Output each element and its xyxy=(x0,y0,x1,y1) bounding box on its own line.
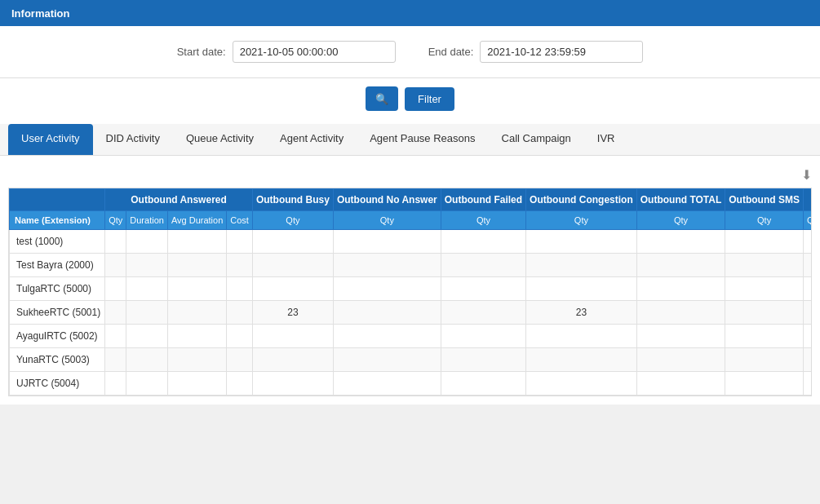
row-cell xyxy=(636,348,725,372)
row-cell xyxy=(105,230,126,254)
row-cell xyxy=(252,230,333,254)
outbound-ans-duration-subheader: Duration xyxy=(126,211,168,230)
row-cell xyxy=(725,325,804,348)
table-row: SukheeRTC (5001)2323 xyxy=(10,301,813,325)
row-cell xyxy=(441,277,525,301)
row-cell xyxy=(526,325,637,348)
row-name: YunaRTC (5003) xyxy=(10,348,105,372)
row-cell xyxy=(227,277,253,301)
row-cell xyxy=(441,325,525,348)
row-cell xyxy=(126,254,168,277)
outbound-congestion-qty-subheader: Qty xyxy=(526,211,637,230)
outbound-noanswer-qty-subheader: Qty xyxy=(333,211,441,230)
row-cell xyxy=(803,301,812,325)
row-cell xyxy=(126,325,168,348)
row-cell xyxy=(227,372,253,396)
row-cell xyxy=(105,277,126,301)
row-cell xyxy=(105,325,126,348)
row-cell xyxy=(636,277,725,301)
app-title: Information xyxy=(11,7,70,20)
outbound-answered-header: Outbound Answered xyxy=(105,189,253,211)
row-cell xyxy=(803,277,812,301)
row-cell xyxy=(252,372,333,396)
filter-button[interactable]: Filter xyxy=(405,87,454,111)
start-date-input[interactable] xyxy=(233,41,396,63)
top-bar: Information xyxy=(0,0,820,26)
row-cell xyxy=(526,277,637,301)
row-cell xyxy=(636,301,725,325)
tab-queue-activity[interactable]: Queue Activity xyxy=(173,124,267,155)
user-activity-table: Outbound Answered Outbound Busy Outbound… xyxy=(9,188,812,396)
outbound-busy-header: Outbound Busy xyxy=(252,189,333,211)
row-cell xyxy=(803,325,812,348)
row-cell xyxy=(252,348,333,372)
row-name: AyaguIRTC (5002) xyxy=(10,325,105,348)
row-cell xyxy=(227,230,253,254)
table-row: test (1000) xyxy=(10,230,813,254)
row-cell xyxy=(167,301,226,325)
outbound-failed-qty-subheader: Qty xyxy=(441,211,525,230)
table-row: AyaguIRTC (5002) xyxy=(10,325,813,348)
row-cell xyxy=(105,372,126,396)
row-cell xyxy=(333,348,441,372)
row-cell xyxy=(252,277,333,301)
row-cell xyxy=(725,301,804,325)
download-icon[interactable]: ⬇ xyxy=(801,167,812,183)
tab-agent-activity[interactable]: Agent Activity xyxy=(267,124,357,155)
outbound-congestion-header: Outbound Congestion xyxy=(526,189,637,211)
row-cell xyxy=(105,254,126,277)
sub-header-row: Name (Extension) Qty Duration Avg Durati… xyxy=(10,211,813,230)
tab-agent-pause-reasons[interactable]: Agent Pause Reasons xyxy=(357,124,488,155)
tab-user-activity[interactable]: User Activity xyxy=(8,124,93,155)
table-row: YunaRTC (5003) xyxy=(10,348,813,372)
row-cell xyxy=(333,372,441,396)
row-cell xyxy=(441,230,525,254)
filter-buttons-area: 🔍 Filter xyxy=(0,78,820,124)
row-cell xyxy=(636,230,725,254)
row-cell xyxy=(126,348,168,372)
row-cell xyxy=(227,348,253,372)
row-name: UJRTC (5004) xyxy=(10,372,105,396)
row-cell xyxy=(167,277,226,301)
filter-section: Start date: End date: xyxy=(0,26,820,78)
name-group-header xyxy=(10,189,105,211)
row-cell xyxy=(636,254,725,277)
row-cell xyxy=(636,325,725,348)
row-cell: 23 xyxy=(252,301,333,325)
row-cell xyxy=(227,254,253,277)
row-cell xyxy=(252,325,333,348)
row-cell xyxy=(105,301,126,325)
row-cell xyxy=(803,348,812,372)
row-cell xyxy=(167,348,226,372)
tab-did-activity[interactable]: DID Activity xyxy=(93,124,173,155)
row-cell xyxy=(333,277,441,301)
row-cell xyxy=(725,372,804,396)
end-date-input[interactable] xyxy=(480,41,643,63)
outbound-sms-qty-subheader: Qty xyxy=(725,211,804,230)
row-cell xyxy=(803,254,812,277)
row-cell xyxy=(333,301,441,325)
row-cell xyxy=(441,372,525,396)
outbound-failed-header: Outbound Failed xyxy=(441,189,525,211)
row-name: SukheeRTC (5001) xyxy=(10,301,105,325)
row-cell xyxy=(227,325,253,348)
row-cell xyxy=(333,325,441,348)
tab-ivr[interactable]: IVR xyxy=(584,124,628,155)
row-cell xyxy=(441,254,525,277)
row-cell xyxy=(252,254,333,277)
row-cell xyxy=(526,254,637,277)
row-cell xyxy=(803,230,812,254)
row-cell xyxy=(526,372,637,396)
row-cell: 23 xyxy=(526,301,637,325)
row-cell xyxy=(126,277,168,301)
name-extension-subheader: Name (Extension) xyxy=(10,211,105,230)
search-button[interactable]: 🔍 xyxy=(366,86,398,111)
row-cell xyxy=(105,348,126,372)
outbound-ans-cost-subheader: Cost xyxy=(227,211,253,230)
end-date-group: End date: xyxy=(428,41,644,63)
row-cell xyxy=(227,301,253,325)
tab-call-campaign[interactable]: Call Campaign xyxy=(489,124,584,155)
outbound-busy-qty-subheader: Qty xyxy=(252,211,333,230)
start-date-label: Start date: xyxy=(177,46,226,58)
outbound-no-answer-header: Outbound No Answer xyxy=(333,189,441,211)
